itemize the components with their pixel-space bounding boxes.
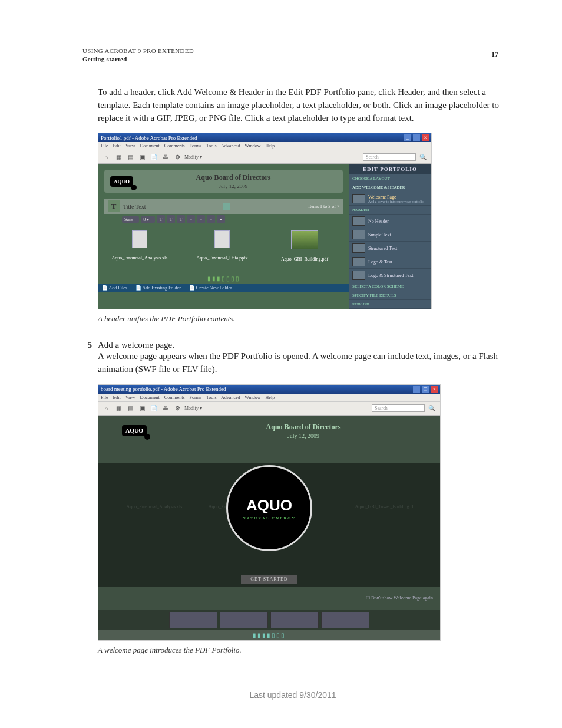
menu-item[interactable]: Tools xyxy=(206,143,217,149)
publish-section[interactable]: PUBLISH xyxy=(349,300,431,309)
menu-item[interactable]: Comments xyxy=(164,143,185,149)
select-color-section[interactable]: SELECT A COLOR SCHEME xyxy=(349,282,431,291)
items-count: Items 1 to 3 of 7 xyxy=(308,204,339,209)
maximize-icon[interactable]: □ xyxy=(413,134,420,141)
close-icon[interactable]: × xyxy=(431,386,438,393)
print-icon[interactable]: 🖶 xyxy=(161,152,170,162)
close-icon[interactable]: × xyxy=(422,134,429,141)
file-thumbnail[interactable]: Aquo_Financial_Analysis.xls xyxy=(110,230,169,262)
menu-item[interactable]: Advanced xyxy=(221,395,240,400)
align-left-icon[interactable]: ≡ xyxy=(187,215,195,223)
welcome-thumb-icon xyxy=(352,194,365,203)
format-bar: Sans 8 ▾ T T T ≡ ≡ ≡ ▪ xyxy=(122,215,343,223)
portfolio-header: AQUO Aquo Board of Directors July 12, 20… xyxy=(98,416,440,446)
dont-show-checkbox[interactable]: ☐ Don't show Welcome Page again xyxy=(366,595,433,601)
create-folder-button[interactable]: Create New Folder xyxy=(189,285,232,291)
add-files-button[interactable]: Add Files xyxy=(102,285,127,291)
pager[interactable]: ▮▮▮▮▯▯▯ xyxy=(98,630,440,640)
home-icon[interactable]: ⌂ xyxy=(102,404,111,413)
search-icon[interactable]: 🔍 xyxy=(427,404,437,413)
window-buttons: _ □ × xyxy=(412,386,438,393)
menu-item[interactable]: Help xyxy=(266,143,275,149)
menu-item[interactable]: File xyxy=(101,395,108,400)
window-titlebar: Portfolio1.pdf - Adobe Acrobat Pro Exten… xyxy=(98,133,431,142)
menu-item[interactable]: View xyxy=(125,143,135,149)
modify-menu[interactable]: Modify ▾ xyxy=(184,154,202,160)
preview-icon[interactable]: ▣ xyxy=(137,404,147,413)
search-input[interactable]: Search xyxy=(372,404,425,412)
gear-icon[interactable]: ⚙ xyxy=(173,152,182,162)
color-icon[interactable]: ▪ xyxy=(217,215,225,223)
grid-icon[interactable]: ▦ xyxy=(114,152,123,162)
xls-icon xyxy=(132,230,147,248)
title-text-placeholder[interactable]: Title Text xyxy=(123,203,146,210)
add-folder-button[interactable]: Add Existing Folder xyxy=(135,285,181,291)
step-number: 5 xyxy=(82,340,92,350)
bold-icon[interactable]: T xyxy=(157,215,165,223)
header-title: Aquo Board of Directors xyxy=(214,423,393,431)
page-icon[interactable]: 📄 xyxy=(149,404,158,413)
menu-item[interactable]: Document xyxy=(140,143,160,149)
running-header: USING ACROBAT 9 PRO EXTENDED Getting sta… xyxy=(82,47,503,62)
image-placeholder-icon[interactable] xyxy=(223,203,230,210)
header-option[interactable]: Structured Text xyxy=(349,242,431,255)
underline-icon[interactable]: T xyxy=(177,215,185,223)
file-name: Aquo_Financial_Analysis.xls xyxy=(110,255,169,261)
header-option[interactable]: Logo & Structured Text xyxy=(349,269,431,282)
minimize-icon[interactable]: _ xyxy=(413,386,420,393)
list-icon[interactable]: ▤ xyxy=(125,404,135,413)
body-paragraph: A welcome page appears when the PDF Port… xyxy=(98,350,503,376)
menu-item[interactable]: Comments xyxy=(164,395,185,400)
size-select[interactable]: 8 ▾ xyxy=(141,216,155,223)
add-welcome-header-section[interactable]: ADD WELCOME & HEADER xyxy=(349,183,431,192)
file-thumbnail[interactable]: Aquo_GBI_Building.pdf xyxy=(275,230,334,262)
menu-item[interactable]: Document xyxy=(140,395,160,400)
font-select[interactable]: Sans xyxy=(122,216,139,223)
body-paragraph: To add a header, click Add Welcome & Hea… xyxy=(98,86,503,124)
pager[interactable]: ▮▮▮▯▯▯▯ xyxy=(98,274,349,284)
align-right-icon[interactable]: ≡ xyxy=(207,215,215,223)
get-started-button[interactable]: GET STARTED xyxy=(241,575,297,584)
doc-title: USING ACROBAT 9 PRO EXTENDED xyxy=(82,47,194,54)
grid-icon[interactable]: ▦ xyxy=(114,404,123,413)
menubar: File Edit View Document Comments Forms T… xyxy=(98,394,440,402)
portfolio-header[interactable]: AQUO Aquo Board of Directors July 12, 20… xyxy=(104,170,343,193)
menu-item[interactable]: Help xyxy=(266,395,275,400)
search-input[interactable]: Search xyxy=(363,153,416,161)
list-icon[interactable]: ▤ xyxy=(125,152,135,162)
menu-item[interactable]: Tools xyxy=(206,395,217,400)
menu-item[interactable]: Edit xyxy=(113,143,120,149)
file-thumbnail[interactable]: Aquo_Financial_Data.pptx xyxy=(193,230,252,262)
search-icon[interactable]: 🔍 xyxy=(418,152,428,162)
menu-item[interactable]: Forms xyxy=(190,143,201,149)
screenshot-figure-1: Portfolio1.pdf - Adobe Acrobat Pro Exten… xyxy=(98,133,432,309)
gear-icon[interactable]: ⚙ xyxy=(173,404,182,413)
file-name: Aquo_Financial_Data.pptx xyxy=(193,255,252,261)
menu-item[interactable]: Advanced xyxy=(221,143,240,149)
menu-item[interactable]: Window xyxy=(244,143,260,149)
specify-details-section[interactable]: SPECIFY FILE DETAILS xyxy=(349,291,431,300)
header-option[interactable]: Simple Text xyxy=(349,228,431,242)
pptx-icon xyxy=(214,230,230,248)
italic-icon[interactable]: T xyxy=(167,215,175,223)
choose-layout-section[interactable]: CHOOSE A LAYOUT xyxy=(349,174,431,183)
minimize-icon[interactable]: _ xyxy=(404,134,411,141)
welcome-page-option[interactable]: Welcome Page Add a cover to introduce yo… xyxy=(349,192,431,206)
header-option[interactable]: No Header xyxy=(349,215,431,228)
header-option[interactable]: Logo & Text xyxy=(349,255,431,269)
page-icon[interactable]: 📄 xyxy=(149,152,158,162)
align-center-icon[interactable]: ≡ xyxy=(197,215,205,223)
menu-item[interactable]: Edit xyxy=(113,395,120,400)
menu-item[interactable]: Window xyxy=(244,395,260,400)
menu-item[interactable]: File xyxy=(101,143,108,149)
print-icon[interactable]: 🖶 xyxy=(161,404,170,413)
titletext-editor[interactable]: T Title Text Items 1 to 3 of 7 xyxy=(104,199,343,214)
filmstrip[interactable] xyxy=(98,610,440,630)
modify-menu[interactable]: Modify ▾ xyxy=(184,406,202,411)
page-number: 17 xyxy=(485,47,503,62)
menu-item[interactable]: View xyxy=(125,395,135,400)
home-icon[interactable]: ⌂ xyxy=(102,152,111,162)
maximize-icon[interactable]: □ xyxy=(422,386,429,393)
preview-icon[interactable]: ▣ xyxy=(137,152,147,162)
menu-item[interactable]: Forms xyxy=(190,395,201,400)
